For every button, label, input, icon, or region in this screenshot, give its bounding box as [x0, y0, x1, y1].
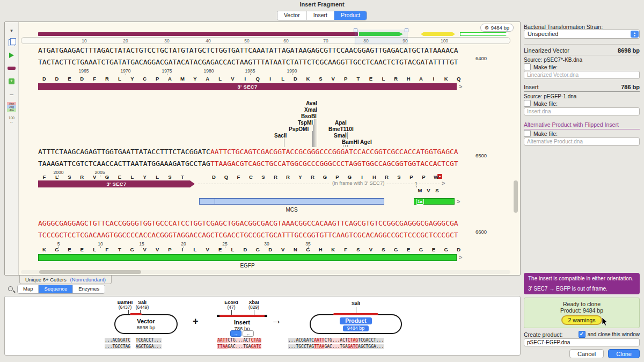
toolbar-caret-button[interactable] — [6, 24, 17, 35]
vertical-scrollbar-thumb[interactable] — [514, 180, 518, 213]
tab-product[interactable]: Product — [334, 11, 367, 20]
amino-acid: Y — [138, 174, 151, 180]
minimap-sec7-feature[interactable] — [38, 32, 358, 36]
mcs-label: MCS — [199, 207, 384, 213]
hscroll-thumb[interactable] — [39, 270, 141, 274]
cloning-diagram-panel: BamHI (6437) SalI (6449) Vector 8698 bp … — [4, 296, 521, 356]
tab-map[interactable]: Map — [18, 285, 39, 293]
amino-acid: D — [239, 247, 251, 252]
position-tick: 25 — [216, 241, 233, 247]
amino-acid: S — [352, 247, 364, 252]
amino-acid: I — [356, 174, 368, 180]
enzyme-label-agei[interactable]: AgeI — [360, 139, 372, 145]
tab-vector[interactable]: Vector — [277, 11, 307, 20]
tick-mark — [126, 74, 126, 75]
translation-options-button[interactable] — [6, 76, 17, 86]
insert-orientation-forward-button[interactable]: → — [230, 330, 241, 337]
feature-mcs[interactable] — [199, 198, 384, 205]
separator-tool-button[interactable] — [6, 89, 17, 99]
amino-acid: P — [164, 247, 176, 252]
enzyme-label-smai[interactable]: SmaI — [333, 133, 347, 139]
enzyme-label-apai[interactable]: ApaI — [334, 120, 347, 126]
amino-acid: R — [76, 174, 88, 180]
enzyme-label-xmai[interactable]: XmaI — [304, 107, 318, 113]
feature-display-button[interactable] — [6, 63, 17, 74]
vector-filename-input[interactable] — [524, 71, 640, 79]
amino-acid: R — [282, 174, 294, 180]
amino-acid: P — [331, 174, 343, 180]
feature-3-sec7-arrow[interactable]: 3' SEC7 — [38, 180, 195, 187]
cancel-button[interactable]: Cancel — [569, 349, 604, 358]
feature-egfp-start[interactable]: 1a — [414, 198, 455, 205]
nonredundant-link[interactable]: (Nonredundant) — [70, 277, 106, 283]
enzyme-label-tspmi[interactable]: TspMI — [297, 120, 313, 126]
alt-filename-input[interactable] — [524, 137, 640, 146]
product-size-badge: 9484 bp — [343, 325, 369, 331]
amino-acid: V — [364, 247, 377, 252]
enzyme-label-bamhi[interactable]: BamHI — [341, 139, 360, 145]
enzyme-label-avai[interactable]: AvaI — [305, 100, 318, 106]
product-filename-input[interactable] — [524, 338, 640, 346]
strain-select[interactable]: Unspecified ▲▼ — [524, 30, 640, 39]
insert-filename-input[interactable] — [524, 107, 640, 115]
dialog-buttons: Cancel Clone — [569, 349, 640, 358]
amino-acid: T — [113, 247, 126, 252]
forward-strand-button[interactable] — [6, 50, 17, 61]
insert-name: Insert — [210, 319, 274, 325]
tab-enzymes[interactable]: Enzymes — [73, 285, 105, 293]
close-window-checkbox[interactable] — [579, 331, 586, 338]
horizontal-scrollbar[interactable] — [21, 270, 510, 274]
enzyme-label-sacii[interactable]: SacII — [274, 133, 287, 139]
amino-acid-style-button[interactable]: Asn Arg Ala — [6, 102, 17, 112]
insert-orientation-reverse-button[interactable]: ← — [243, 330, 254, 337]
amino-acid: W — [430, 174, 442, 180]
dna-bottom-strand[interactable]: TCCCGCTCCTCGACAAGTGGCCCCACCACGGGTAGGACCA… — [38, 231, 458, 239]
vector-make-file-checkbox[interactable] — [524, 63, 531, 70]
tab-sequence[interactable]: Sequence — [39, 285, 73, 293]
amino-acid: R — [306, 174, 319, 180]
insert-fragment-dialog: { "window": { "title": "Insert Fragment"… — [0, 0, 644, 362]
copy-icon — [9, 39, 14, 46]
numbering-tool-button[interactable]: 100↔ — [6, 114, 17, 125]
feature-continues-icon — [459, 83, 462, 90]
warnings-button[interactable]: 2 warnings — [561, 315, 603, 325]
dna-top-strand[interactable]: ATTTCTAAGCAGAGTTGGTGAATTATACCTTTCTACGGAT… — [38, 148, 458, 156]
overview-ruler[interactable]: 102030405060708090100 — [21, 37, 510, 44]
clone-button[interactable]: Clone — [608, 349, 640, 358]
minimap-outline-feature[interactable] — [460, 32, 509, 36]
minimap-view-selection[interactable] — [355, 30, 407, 45]
dna-top-strand[interactable]: AGGGCGAGGAGCTGTTCACCGGGGTGGTGCCCATCCTGGT… — [38, 220, 458, 227]
minus-icon — [10, 89, 13, 99]
product-name-badge: Product — [340, 317, 372, 324]
feature-3-sec7[interactable]: 3' SEC7 — [38, 83, 457, 90]
amino-acid: E — [214, 247, 226, 252]
unique-cutters-tab[interactable]: Unique 6+ Cutters (Nonredundant) — [19, 276, 112, 284]
amino-acid: A — [164, 76, 176, 82]
enzyme-label-pspomi[interactable]: PspOMI — [288, 126, 309, 132]
green-arrow-icon — [9, 53, 14, 58]
minimap-yellow-feature[interactable] — [421, 32, 455, 36]
amino-acid: G — [415, 247, 427, 252]
alt-make-file-checkbox[interactable] — [524, 130, 531, 137]
position-tick: 1985 — [241, 68, 259, 74]
amino-acid: V — [277, 247, 289, 252]
copy-tool-button[interactable] — [6, 37, 17, 48]
enzyme-label-bsobi[interactable]: BsoBI — [301, 113, 317, 119]
zoom-search-button[interactable] — [8, 286, 15, 293]
insert-fragment-bar[interactable] — [219, 315, 265, 317]
dna-top-strand[interactable]: ATGATGAAGACTTTAGACTATACTGTCCTGCTATGTATGC… — [38, 47, 458, 54]
feature-egfp[interactable] — [38, 254, 457, 261]
dna-bottom-strand[interactable]: TAAAGATTCGTCTCAACCACTTAATATGGAAAGATGCCTA… — [38, 160, 458, 168]
dna-bottom-strand[interactable]: TACTACTTCTGAAATCTGATATGACAGGACGATACATACG… — [38, 59, 458, 66]
ruler-tick-label: 50 — [240, 38, 253, 44]
amino-acid: F — [89, 76, 101, 82]
enzyme-label-bmet110i[interactable]: BmeT110I — [328, 126, 354, 132]
amino-acid: R — [269, 174, 282, 180]
position-tick: 1990 — [283, 68, 301, 74]
insert-make-file-checkbox[interactable] — [524, 100, 531, 107]
tab-insert[interactable]: Insert — [307, 11, 334, 20]
product-size-line: Product: 9484 bp — [524, 307, 639, 314]
snippet-segment: ...ACGGATC — [288, 338, 314, 343]
sequence-size-pill[interactable]: ⚙ 9484 bp — [480, 24, 514, 32]
mouse-cursor-icon — [602, 317, 608, 328]
